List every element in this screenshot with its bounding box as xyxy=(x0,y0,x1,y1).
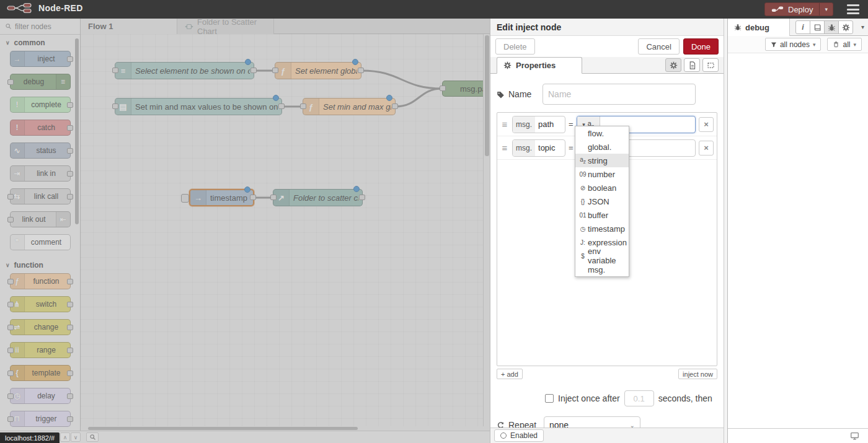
tray-toolbar: Delete Cancel Done xyxy=(490,36,724,57)
name-input[interactable] xyxy=(542,84,696,105)
equals-sign: = xyxy=(569,143,574,152)
editor-shade-overlay xyxy=(0,19,490,443)
chevron-down-icon: ▾ xyxy=(853,42,856,48)
tray-resize-handle[interactable] xyxy=(724,19,728,443)
help-tab-button[interactable] xyxy=(810,20,825,34)
node-description-button[interactable] xyxy=(684,58,700,72)
type-option-string[interactable]: azstring xyxy=(575,154,629,167)
type-option-label: JSON xyxy=(588,197,609,206)
debug-filter-row: all nodes ▾ all ▾ xyxy=(728,36,868,53)
node-red-window: Node-RED Deploy ▾ ∨commoninject→debug≡co… xyxy=(0,0,868,443)
type-option-flow-[interactable]: flow. xyxy=(575,126,629,140)
type-option-label: msg. xyxy=(588,265,605,274)
property-key-value: topic xyxy=(535,140,558,156)
book-icon xyxy=(813,24,822,32)
sidebar-footer xyxy=(728,428,868,443)
monitor-icon[interactable] xyxy=(850,431,859,441)
cancel-button[interactable]: Cancel xyxy=(638,38,679,55)
trash-icon xyxy=(833,41,839,48)
drag-handle-icon[interactable]: ≡ xyxy=(500,119,509,129)
inject-once-checkbox[interactable] xyxy=(545,394,554,403)
gear-icon xyxy=(842,24,850,32)
type-option-label: global. xyxy=(588,143,611,152)
gear-icon xyxy=(670,61,678,69)
box-select-icon xyxy=(707,61,715,69)
chevron-down-icon: ▾ xyxy=(813,42,816,48)
sidebar-buttons: i xyxy=(796,20,853,34)
type-option-label: string xyxy=(588,156,608,165)
list-actions: + add inject now xyxy=(497,369,717,381)
tab-debug[interactable]: debug xyxy=(728,19,790,36)
deploy-options-caret[interactable]: ▾ xyxy=(819,3,833,15)
boolean-type-icon: ⊘ xyxy=(578,185,588,191)
debug-messages-area xyxy=(728,53,868,428)
property-key-input[interactable]: msg.path xyxy=(512,116,565,133)
app-title: Node-RED xyxy=(38,3,83,13)
type-option-boolean[interactable]: ⊘boolean xyxy=(575,181,629,195)
sidebar-options-caret[interactable]: ▾ xyxy=(861,24,864,30)
type-option-label: flow. xyxy=(588,129,604,138)
type-option-label: buffer xyxy=(588,211,608,220)
debug-sidebar: debug i ▾ all nodes ▾ all ▾ xyxy=(728,19,868,443)
node-enabled-toggle[interactable]: Enabled xyxy=(494,429,544,442)
node-red-logo-icon xyxy=(6,2,33,14)
msg-prefix-chip: msg. xyxy=(513,116,535,133)
inject-once-delay-input[interactable] xyxy=(624,390,654,406)
bug-icon xyxy=(734,24,742,31)
timestamp-type-icon: ◷ xyxy=(578,226,588,232)
msg-prefix-chip: msg. xyxy=(513,140,535,156)
type-option-buffer[interactable]: 01buffer xyxy=(575,208,629,222)
buffer-type-icon: 01 xyxy=(578,212,588,219)
name-label: Name xyxy=(497,89,538,99)
inject-once-label: Inject once after xyxy=(558,393,620,403)
tray-tab-row: Properties xyxy=(490,57,724,74)
done-button[interactable]: Done xyxy=(683,38,719,55)
debug-tab-button[interactable] xyxy=(824,20,839,34)
drag-handle-icon[interactable]: ≡ xyxy=(500,143,509,153)
inject-now-button[interactable]: inject now xyxy=(678,369,717,379)
tray-footer: Enabled xyxy=(490,428,724,443)
env-variable-type-icon: $ xyxy=(578,253,588,260)
type-option-label: timestamp xyxy=(588,224,625,234)
browser-status-bar: localhost:1882/# xyxy=(0,432,60,443)
info-tab-button[interactable]: i xyxy=(795,20,810,34)
config-tab-button[interactable] xyxy=(838,20,853,34)
app-header: Node-RED Deploy ▾ xyxy=(0,0,868,19)
remove-row-button[interactable]: × xyxy=(699,141,714,156)
inject-once-row: Inject once after seconds, then xyxy=(497,390,717,406)
debug-clear-button[interactable]: all ▾ xyxy=(827,38,862,51)
file-icon xyxy=(688,61,696,69)
remove-row-button[interactable]: × xyxy=(699,117,714,132)
sidebar-header: debug i ▾ xyxy=(728,19,868,36)
gear-icon xyxy=(503,61,512,69)
deploy-node-icon xyxy=(771,6,784,13)
tab-properties[interactable]: Properties xyxy=(497,57,582,74)
node-appearance-button[interactable] xyxy=(702,58,719,72)
equals-sign: = xyxy=(569,120,574,129)
deploy-button[interactable]: Deploy ▾ xyxy=(764,2,833,16)
node-settings-button[interactable] xyxy=(665,58,681,72)
tag-icon xyxy=(497,90,505,99)
properties-tab-label: Properties xyxy=(516,61,556,70)
property-key-input[interactable]: msg.topic xyxy=(512,139,565,157)
type-option-global-[interactable]: global. xyxy=(575,140,629,154)
edit-node-tray: Edit inject node Delete Cancel Done Prop… xyxy=(490,19,724,443)
string-type-icon: az xyxy=(578,156,588,165)
type-option-label: boolean xyxy=(588,183,616,193)
node-red-logo: Node-RED xyxy=(6,2,83,14)
type-option-timestamp[interactable]: ◷timestamp xyxy=(575,222,629,235)
debug-filter-button[interactable]: all nodes ▾ xyxy=(765,38,822,51)
tray-title: Edit inject node xyxy=(490,19,724,36)
type-option-number[interactable]: 09number xyxy=(575,167,629,181)
add-property-button[interactable]: + add xyxy=(497,369,523,379)
main-menu-button[interactable] xyxy=(847,4,859,14)
delete-button[interactable]: Delete xyxy=(495,38,535,55)
type-option-label: number xyxy=(588,170,615,179)
funnel-icon xyxy=(771,42,777,48)
type-option-label: expression xyxy=(588,238,627,247)
type-option-json[interactable]: {}JSON xyxy=(575,195,629,208)
expression-type-icon: J: xyxy=(578,239,588,246)
type-option-env-variable[interactable]: $env variable xyxy=(575,249,629,263)
type-option-label: env variable xyxy=(588,247,629,265)
type-dropdown-menu: flow.global.azstring09number⊘boolean{}JS… xyxy=(575,126,629,277)
